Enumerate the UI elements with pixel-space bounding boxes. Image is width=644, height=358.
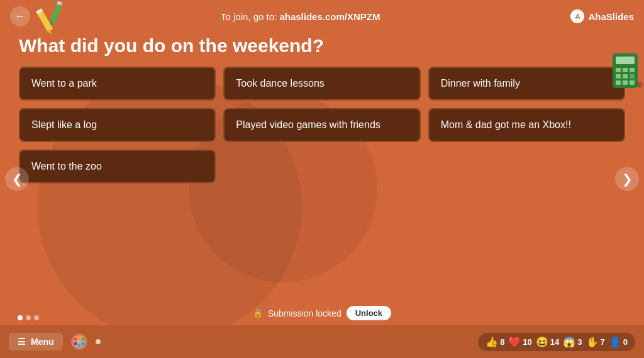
reaction-surprised: 😱 3: [563, 336, 582, 348]
bottom-bar: ☰ Menu 👍 8 ❤️ 10 😆 14 😱: [0, 325, 644, 358]
menu-button[interactable]: ☰ Menu: [9, 333, 63, 350]
svg-point-25: [77, 344, 80, 347]
dot-1: [18, 315, 23, 320]
answer-card-6[interactable]: Mom & dad got me an Xbox!!: [428, 108, 625, 142]
reaction-person-count: 0: [623, 337, 628, 347]
unlock-button[interactable]: Unlock: [347, 306, 391, 320]
next-button[interactable]: ❯: [615, 167, 639, 191]
logo-icon: A: [570, 9, 584, 23]
slide-indicators: [18, 315, 39, 320]
back-button[interactable]: ←: [10, 6, 30, 26]
dot-3: [34, 315, 39, 320]
dot-indicator: [96, 339, 101, 344]
answer-card-1[interactable]: Went to a park: [19, 67, 216, 100]
reaction-person: 👤 0: [609, 336, 628, 348]
svg-point-24: [74, 342, 77, 345]
svg-point-23: [81, 342, 84, 345]
reaction-surprised-count: 3: [577, 337, 582, 347]
menu-label: Menu: [31, 337, 54, 347]
answer-card-2[interactable]: Took dance lessons: [223, 67, 420, 100]
reaction-thumbsup-count: 8: [500, 337, 504, 347]
answer-card-4[interactable]: Slept like a log: [19, 108, 216, 142]
reaction-laugh-count: 14: [550, 337, 559, 347]
answer-card-7[interactable]: Went to the zoo: [19, 149, 216, 183]
answer-card-3[interactable]: Dinner with family: [428, 67, 625, 100]
reaction-hand-count: 7: [601, 337, 605, 347]
header: ← To join, go to: ahaslides.com/XNPZM A …: [0, 0, 644, 33]
prev-button[interactable]: ❮: [5, 167, 29, 191]
answers-grid: Went to a park Took dance lessons Dinner…: [0, 67, 644, 183]
submission-status: 🔒 Submission locked Unlock: [253, 306, 391, 320]
reaction-hand: ✋ 7: [586, 336, 605, 348]
menu-icon: ☰: [18, 337, 26, 347]
reaction-heart: ❤️ 10: [508, 336, 531, 348]
svg-point-20: [74, 338, 77, 341]
palette-icon: [69, 332, 89, 352]
question-title: What did you do on the weekend?: [0, 33, 644, 67]
join-url: ahaslides.com/XNPZM: [279, 11, 380, 22]
dot-2: [26, 315, 31, 320]
ahaslides-logo: A AhaSlides: [570, 9, 634, 23]
svg-point-22: [81, 338, 84, 341]
reaction-laugh: 😆 14: [536, 336, 559, 348]
join-text: To join, go to:: [221, 11, 277, 22]
reactions-bar: 👍 8 ❤️ 10 😆 14 😱 3 ✋ 7 👤 0: [478, 333, 635, 351]
reaction-heart-count: 10: [523, 337, 531, 347]
logo-text: AhaSlides: [588, 11, 634, 22]
reaction-thumbsup: 👍 8: [486, 336, 504, 348]
answer-card-5[interactable]: Played video games with friends: [223, 108, 420, 142]
lock-icon: 🔒: [253, 308, 263, 318]
join-info: To join, go to: ahaslides.com/XNPZM: [221, 11, 380, 22]
svg-point-21: [77, 336, 80, 339]
submission-status-text: Submission locked: [268, 308, 341, 318]
